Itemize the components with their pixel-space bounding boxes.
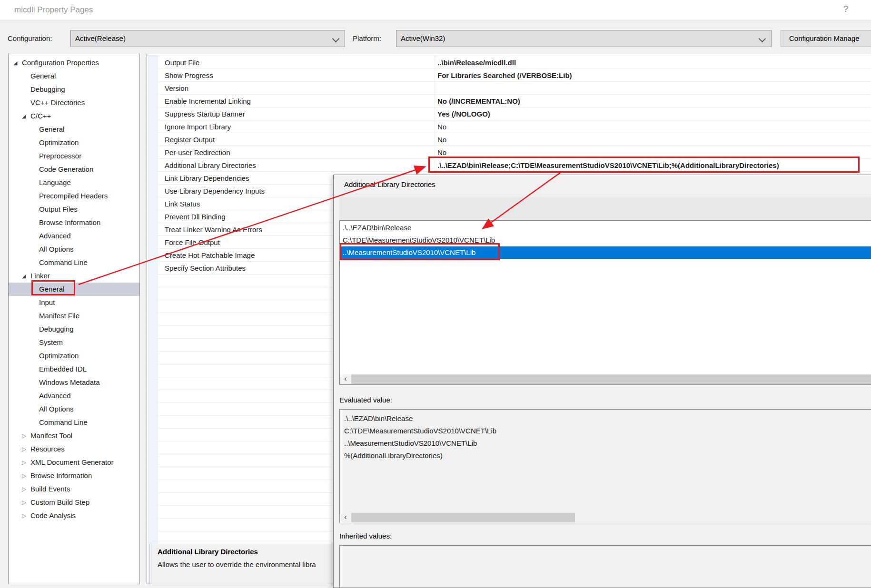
directories-list[interactable]: ‹ .\..\EZAD\bin\ReleaseC:\TDE\Measuremen… bbox=[339, 220, 871, 385]
property-value[interactable]: No bbox=[437, 120, 446, 133]
tree-item-c-c[interactable]: ◢C/C++ bbox=[9, 109, 139, 123]
tree-item-optimization[interactable]: Optimization bbox=[9, 136, 139, 149]
configuration-dropdown[interactable]: Active(Release) bbox=[70, 30, 345, 47]
property-name: Per-user Redirection bbox=[165, 146, 230, 159]
expand-arrow-icon[interactable]: ▷ bbox=[22, 456, 26, 469]
tree-item-general[interactable]: General bbox=[9, 283, 139, 296]
tree-item-manifest-tool[interactable]: ▷Manifest Tool bbox=[9, 429, 139, 442]
tree-item-label: Resources bbox=[30, 442, 65, 456]
tree-item-precompiled-headers[interactable]: Precompiled Headers bbox=[9, 189, 139, 203]
collapse-arrow-icon[interactable]: ◢ bbox=[22, 109, 26, 123]
directory-list-item[interactable]: .\..\EZAD\bin\Release bbox=[340, 222, 871, 234]
tree-item-build-events[interactable]: ▷Build Events bbox=[9, 482, 139, 496]
property-row-version[interactable]: Version bbox=[147, 82, 871, 95]
tree-item-label: Browse Information bbox=[30, 469, 92, 482]
expand-arrow-icon[interactable]: ▷ bbox=[22, 429, 26, 442]
property-value[interactable]: .\..\EZAD\bin\Release;C:\TDE\Measurement… bbox=[437, 159, 779, 172]
property-value[interactable]: ..\bin\Release/micdll.dll bbox=[437, 56, 516, 69]
tree-item-windows-metadata[interactable]: Windows Metadata bbox=[9, 376, 139, 389]
expand-arrow-icon[interactable]: ▷ bbox=[22, 482, 26, 496]
expand-arrow-icon[interactable]: ▷ bbox=[22, 509, 26, 522]
property-name: Link Status bbox=[165, 197, 200, 210]
tree-item-label: Embedded IDL bbox=[39, 363, 87, 376]
property-row-register-output[interactable]: Register OutputNo bbox=[147, 133, 871, 146]
additional-library-directories-dialog: Additional Library Directories ‹ .\..\EZ… bbox=[333, 175, 871, 588]
property-row-per-user-redirection[interactable]: Per-user RedirectionNo bbox=[147, 146, 871, 159]
tree-item-label: Advanced bbox=[39, 389, 71, 402]
directory-list-item[interactable]: C:\TDE\MeasurementStudioVS2010\VCNET\Lib bbox=[340, 234, 871, 246]
scroll-left-icon[interactable]: ‹ bbox=[340, 513, 351, 522]
tree-item-advanced[interactable]: Advanced bbox=[9, 229, 139, 243]
expand-arrow-icon[interactable]: ▷ bbox=[22, 469, 26, 482]
collapse-arrow-icon[interactable]: ◢ bbox=[13, 56, 17, 69]
property-row-ignore-import-library[interactable]: Ignore Import LibraryNo bbox=[147, 120, 871, 133]
tree-item-debugging[interactable]: Debugging bbox=[9, 323, 139, 336]
tree-item-label: General bbox=[39, 283, 64, 296]
property-name: Additional Library Directories bbox=[165, 159, 256, 172]
scroll-left-icon[interactable]: ‹ bbox=[340, 374, 351, 384]
platform-dropdown[interactable]: Active(Win32) bbox=[396, 30, 772, 47]
tree-item-vc-directories[interactable]: VC++ Directories bbox=[9, 96, 139, 109]
evaluated-horizontal-scrollbar[interactable]: ‹ bbox=[340, 513, 871, 522]
tree-item-debugging[interactable]: Debugging bbox=[9, 83, 139, 96]
tree-item-general[interactable]: General bbox=[9, 123, 139, 136]
platform-dropdown-value: Active(Win32) bbox=[401, 34, 445, 42]
list-horizontal-scrollbar[interactable]: ‹ bbox=[340, 374, 871, 384]
tree-item-command-line[interactable]: Command Line bbox=[9, 256, 139, 269]
property-row-show-progress[interactable]: Show ProgressFor Libraries Searched (/VE… bbox=[147, 69, 871, 82]
tree-item-advanced[interactable]: Advanced bbox=[9, 389, 139, 402]
tree-item-label: All Options bbox=[39, 402, 74, 416]
directory-list-item[interactable]: ..\MeasurementStudioVS2010\VCNET\Lib bbox=[340, 246, 871, 259]
tree-item-preprocessor[interactable]: Preprocessor bbox=[9, 149, 139, 163]
property-value[interactable]: No bbox=[437, 133, 446, 146]
property-value[interactable]: For Libraries Searched (/VERBOSE:Lib) bbox=[437, 69, 572, 82]
tree-item-all-options[interactable]: All Options bbox=[9, 402, 139, 416]
tree-item-output-files[interactable]: Output Files bbox=[9, 203, 139, 216]
tree-item-label: System bbox=[39, 336, 63, 349]
inherited-values-box bbox=[339, 545, 871, 588]
collapse-arrow-icon[interactable]: ◢ bbox=[22, 269, 26, 283]
property-name: Register Output bbox=[165, 133, 215, 146]
tree-item-manifest-file[interactable]: Manifest File bbox=[9, 309, 139, 323]
evaluated-value-lines: .\..\EZAD\bin\Release C:\TDE\Measurement… bbox=[344, 412, 496, 462]
property-value[interactable]: Yes (/NOLOGO) bbox=[437, 108, 490, 120]
scrollbar-thumb[interactable] bbox=[351, 513, 575, 522]
expand-arrow-icon[interactable]: ▷ bbox=[22, 496, 26, 509]
tree-item-linker[interactable]: ◢Linker bbox=[9, 269, 139, 283]
tree-item-code-analysis[interactable]: ▷Code Analysis bbox=[9, 509, 139, 522]
tree-item-label: Preprocessor bbox=[39, 149, 81, 163]
scrollbar-thumb[interactable] bbox=[351, 374, 871, 384]
property-value[interactable]: No bbox=[437, 146, 446, 159]
tree-item-resources[interactable]: ▷Resources bbox=[9, 442, 139, 456]
tree-item-configuration-properties[interactable]: ◢Configuration Properties bbox=[9, 56, 139, 69]
tree-item-label: Windows Metadata bbox=[39, 376, 100, 389]
tree-item-browse-information[interactable]: Browse Information bbox=[9, 216, 139, 229]
tree-item-browse-information[interactable]: ▷Browse Information bbox=[9, 469, 139, 482]
property-row-output-file[interactable]: Output File..\bin\Release/micdll.dll bbox=[147, 56, 871, 69]
tree-item-label: Output Files bbox=[39, 203, 78, 216]
help-icon[interactable]: ? bbox=[839, 4, 853, 14]
tree-item-label: Code Analysis bbox=[30, 509, 76, 522]
tree-item-general[interactable]: General bbox=[9, 69, 139, 83]
tree-item-optimization[interactable]: Optimization bbox=[9, 349, 139, 363]
property-row-additional-library-directories[interactable]: Additional Library Directories.\..\EZAD\… bbox=[147, 159, 871, 172]
property-name: Specify Section Attributes bbox=[165, 262, 246, 274]
tree-item-label: Manifest Tool bbox=[30, 429, 72, 442]
property-row-enable-incremental-linking[interactable]: Enable Incremental LinkingNo (/INCREMENT… bbox=[147, 95, 871, 108]
title-bar: micdll Property Pages ? bbox=[0, 0, 871, 20]
tree-item-label: Custom Build Step bbox=[30, 496, 89, 509]
tree-item-custom-build-step[interactable]: ▷Custom Build Step bbox=[9, 496, 139, 509]
tree-item-input[interactable]: Input bbox=[9, 296, 139, 309]
expand-arrow-icon[interactable]: ▷ bbox=[22, 442, 26, 456]
tree-item-embedded-idl[interactable]: Embedded IDL bbox=[9, 363, 139, 376]
property-row-suppress-startup-banner[interactable]: Suppress Startup BannerYes (/NOLOGO) bbox=[147, 108, 871, 120]
property-name: Version bbox=[165, 82, 188, 95]
tree-item-language[interactable]: Language bbox=[9, 176, 139, 189]
tree-item-command-line[interactable]: Command Line bbox=[9, 416, 139, 429]
tree-item-code-generation[interactable]: Code Generation bbox=[9, 163, 139, 176]
tree-item-system[interactable]: System bbox=[9, 336, 139, 349]
property-value[interactable]: No (/INCREMENTAL:NO) bbox=[437, 95, 520, 108]
configuration-manager-button[interactable]: Configuration Manage bbox=[781, 30, 871, 47]
tree-item-xml-document-generator[interactable]: ▷XML Document Generator bbox=[9, 456, 139, 469]
tree-item-all-options[interactable]: All Options bbox=[9, 243, 139, 256]
